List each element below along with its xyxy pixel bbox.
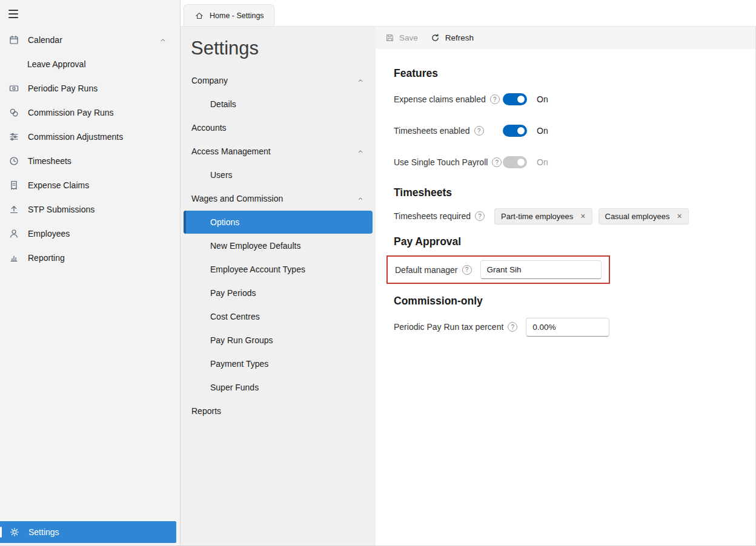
settings-nav-item-pay-run-groups[interactable]: Pay Run Groups	[184, 329, 373, 352]
main-column: Home - Settings Settings Company Details…	[181, 0, 756, 545]
toggle-state-label: On	[537, 157, 548, 167]
section-heading-features: Features	[394, 67, 737, 80]
settings-nav-item-employee-account-types[interactable]: Employee Account Types	[184, 258, 373, 281]
receipt-icon	[8, 180, 19, 191]
content-pane: Save Refresh Features Expense claims ena…	[376, 27, 756, 545]
settings-nav-item-users[interactable]: Users	[184, 163, 373, 186]
refresh-label: Refresh	[445, 33, 474, 42]
bar-chart-icon	[8, 252, 19, 263]
settings-nav-item-accounts[interactable]: Accounts	[184, 116, 373, 139]
nav-item-label: Pay Run Groups	[210, 335, 273, 345]
setting-label: Expense claims enabled	[394, 94, 486, 104]
sidebar-item-expense-claims[interactable]: Expense Claims	[0, 173, 180, 197]
settings-nav-item-payment-types[interactable]: Payment Types	[184, 352, 373, 375]
refresh-icon	[430, 33, 441, 44]
nav-item-label: Cost Centres	[210, 312, 260, 321]
settings-nav-item-cost-centres[interactable]: Cost Centres	[184, 305, 373, 328]
help-icon[interactable]: ?	[462, 265, 472, 275]
nav-item-label: Reports	[191, 406, 221, 416]
sidebar-item-employees[interactable]: Employees	[0, 222, 180, 246]
setting-label: Use Single Touch Payroll	[394, 157, 488, 167]
settings-nav-item-pay-periods[interactable]: Pay Periods	[184, 281, 373, 304]
toggle-state-label: On	[537, 126, 548, 136]
save-label: Save	[399, 33, 418, 42]
nav-item-label: Employee Account Types	[210, 265, 305, 274]
app-window: Calendar Leave Approval Periodic Pay Run…	[0, 0, 756, 546]
settings-nav-item-company[interactable]: Company	[184, 69, 373, 92]
nav-item-label: Users	[210, 170, 233, 180]
sidebar-item-label: Leave Approval	[27, 59, 86, 69]
setting-label: Timesheets enabled	[394, 126, 470, 136]
single-touch-payroll-toggle[interactable]	[503, 156, 527, 168]
sliders-icon	[8, 131, 19, 142]
sidebar-item-label: Employees	[28, 229, 70, 238]
sidebar-item-timesheets[interactable]: Timesheets	[0, 149, 180, 173]
settings-nav-item-options[interactable]: Options	[184, 211, 373, 234]
nav-item-label: Accounts	[191, 123, 227, 133]
help-icon[interactable]: ?	[490, 94, 500, 104]
nav-item-label: Wages and Commission	[191, 194, 283, 203]
clock-icon	[8, 156, 19, 166]
section-heading-timesheets: Timesheets	[394, 186, 737, 199]
expense-claims-toggle[interactable]	[503, 93, 527, 105]
setting-row-timesheets-required: Timesheets required ? Part-time employee…	[394, 205, 737, 227]
settings-nav: Settings Company Details Accounts Access…	[181, 27, 376, 545]
settings-nav-item-reports[interactable]: Reports	[184, 400, 373, 423]
setting-label: Default manager	[395, 265, 458, 275]
body-row: Settings Company Details Accounts Access…	[181, 27, 756, 545]
toggle-knob	[517, 127, 525, 134]
settings-nav-item-new-employee-defaults[interactable]: New Employee Defaults	[184, 234, 373, 257]
tag-label: Part-time employees	[501, 212, 573, 221]
settings-nav-item-wages-and-commission[interactable]: Wages and Commission	[184, 187, 373, 210]
nav-item-label: Options	[210, 217, 239, 227]
sidebar-item-label: Settings	[28, 527, 59, 537]
sidebar-item-settings[interactable]: Settings	[0, 521, 176, 543]
settings-nav-title: Settings	[191, 38, 373, 59]
settings-nav-item-super-funds[interactable]: Super Funds	[184, 376, 373, 399]
help-icon[interactable]: ?	[474, 126, 484, 136]
sidebar-item-leave-approval[interactable]: Leave Approval	[0, 52, 180, 76]
settings-nav-item-access-management[interactable]: Access Management	[184, 140, 373, 163]
sidebar-item-label: Reporting	[28, 253, 65, 263]
close-icon[interactable]: ×	[580, 212, 585, 220]
setting-label: Timesheets required	[394, 211, 471, 221]
sidebar-item-calendar[interactable]: Calendar	[0, 28, 180, 52]
sidebar-item-reporting[interactable]: Reporting	[0, 246, 180, 270]
nav-item-label: Access Management	[191, 146, 271, 156]
help-icon[interactable]: ?	[475, 211, 485, 221]
help-icon[interactable]: ?	[508, 322, 517, 332]
nav-item-label: Payment Types	[210, 359, 268, 369]
sidebar-item-commission-pay-runs[interactable]: Commission Pay Runs	[0, 100, 180, 125]
sidebar-item-periodic-pay-runs[interactable]: Periodic Pay Runs	[0, 76, 180, 100]
setting-label: Periodic Pay Run tax percent	[394, 322, 503, 332]
setting-row-timesheets-enabled: Timesheets enabled ? On	[394, 115, 737, 146]
settings-form: Features Expense claims enabled ? On Tim…	[376, 49, 755, 352]
sidebar-item-label: STP Submissions	[28, 205, 94, 214]
setting-row-expense-claims: Expense claims enabled ? On	[394, 84, 737, 115]
sidebar-item-commission-adjustments[interactable]: Commission Adjustments	[0, 125, 180, 149]
chevron-up-icon	[357, 195, 364, 202]
tax-percent-input[interactable]	[526, 318, 609, 337]
nav-item-label: Company	[191, 76, 228, 85]
sidebar-item-label: Calendar	[28, 35, 62, 45]
timesheets-enabled-toggle[interactable]	[503, 125, 527, 137]
calendar-icon	[8, 35, 19, 45]
sidebar-item-label: Commission Pay Runs	[28, 108, 114, 117]
tag-part-time-employees: Part-time employees ×	[494, 208, 592, 225]
close-icon[interactable]: ×	[677, 212, 681, 220]
sidebar-item-stp-submissions[interactable]: STP Submissions	[0, 197, 180, 222]
coins-icon	[8, 107, 19, 118]
home-icon	[194, 10, 205, 21]
setting-row-tax-percent: Periodic Pay Run tax percent ?	[394, 311, 737, 343]
chevron-up-icon	[357, 77, 364, 84]
chevron-up-icon	[159, 36, 167, 44]
settings-nav-item-details[interactable]: Details	[184, 93, 373, 116]
nav-item-label: Super Funds	[210, 383, 259, 392]
save-button[interactable]: Save	[384, 33, 418, 44]
refresh-button[interactable]: Refresh	[430, 33, 474, 44]
tab-home-settings[interactable]: Home - Settings	[184, 4, 274, 26]
help-icon[interactable]: ?	[492, 157, 502, 167]
default-manager-input[interactable]	[480, 260, 602, 279]
save-icon	[384, 33, 395, 44]
hamburger-menu-button[interactable]	[0, 0, 180, 28]
